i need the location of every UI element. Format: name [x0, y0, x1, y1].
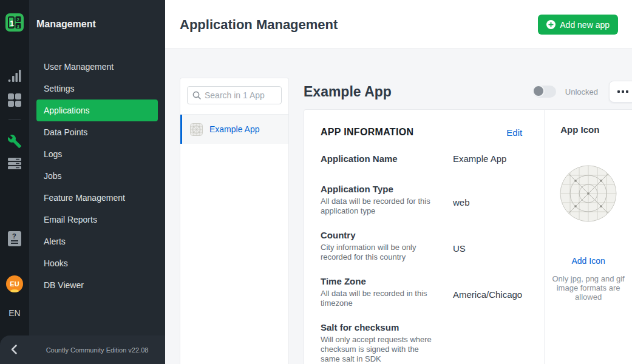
field-value: US: [453, 229, 522, 262]
sidebar-item-settings[interactable]: Settings: [36, 78, 158, 99]
field-description: Will only accept requests where checksum…: [321, 335, 433, 364]
field-value: America/Chicago: [453, 275, 522, 308]
add-new-app-label: Add new app: [560, 20, 610, 30]
field-description: All data will be recorded in this timezo…: [321, 289, 433, 308]
rail-divider: [0, 120, 29, 120]
app-item-label: Example App: [209, 124, 260, 134]
user-avatar[interactable]: EU: [6, 275, 23, 292]
field-description: All data will be recorded for this appli…: [321, 197, 433, 216]
sidebar-item-email-reports[interactable]: Email Reports: [36, 209, 158, 231]
version-label: Countly Community Edition v22.08: [29, 335, 165, 364]
more-options-button[interactable]: [609, 81, 632, 103]
sidebar-item-feature-management[interactable]: Feature Management: [36, 187, 158, 209]
add-new-app-button[interactable]: Add new app: [538, 15, 618, 35]
sidebar-item-db-viewer[interactable]: DB Viewer: [36, 274, 158, 296]
sidebar-item-alerts[interactable]: Alerts: [36, 231, 158, 252]
field-label: Time Zone: [321, 275, 433, 288]
sidebar: 1 2 3: [0, 0, 165, 364]
sidebar-item-hooks[interactable]: Hooks: [36, 252, 158, 274]
ellipsis-icon: [617, 90, 620, 93]
field-row-application-name: Application Name Example App: [321, 153, 522, 165]
add-icon-link[interactable]: Add Icon: [545, 256, 632, 266]
svg-text:3: 3: [17, 24, 20, 29]
apps-grid-icon[interactable]: [0, 93, 29, 107]
edit-link[interactable]: Edit: [506, 127, 522, 138]
data-server-icon[interactable]: [0, 158, 29, 169]
lock-toggle-label: Unlocked: [565, 87, 598, 96]
field-description: City information will be only recorded f…: [321, 243, 433, 262]
app-placeholder-icon: [190, 123, 203, 136]
app-icon-placeholder: [560, 165, 617, 222]
countly-logo-icon[interactable]: 1 2 3: [0, 13, 29, 32]
app-list-panel: Example App: [180, 78, 289, 364]
main-area: Application Management Add new app: [165, 0, 632, 364]
sidebar-item-jobs[interactable]: Jobs: [36, 165, 158, 187]
app-information-title: APP INFORMATION: [321, 127, 413, 138]
collapse-chevron-icon[interactable]: [10, 344, 18, 357]
plus-circle-icon: [546, 20, 556, 29]
field-row-application-type: Application Type All data will be record…: [321, 183, 522, 216]
header-controls: Unlocked: [533, 81, 632, 103]
sidebar-item-logs[interactable]: Logs: [36, 143, 158, 165]
sidebar-footer: Countly Community Edition v22.08: [0, 335, 165, 364]
search-input[interactable]: [205, 90, 276, 100]
language-selector[interactable]: EN: [0, 308, 29, 318]
app-info-section: APP INFORMATION Edit Application Name Ex…: [304, 110, 544, 364]
content-area: Example App Example App Unlocked APP INF…: [165, 49, 632, 364]
field-row-country: Country City information will be only re…: [321, 229, 522, 262]
sidebar-item-applications[interactable]: Applications: [36, 99, 158, 121]
search-icon: [192, 91, 201, 99]
app-detail-header: Example App Unlocked: [304, 77, 632, 106]
svg-text:2: 2: [17, 17, 20, 22]
sidebar-menu: User Management Settings Applications Da…: [29, 56, 165, 296]
app-title: Example App: [304, 84, 392, 100]
sidebar-item-user-management[interactable]: User Management: [36, 56, 158, 78]
field-row-salt-for-checksum: Salt for checksum Will only accept reque…: [321, 322, 522, 364]
field-value: web: [453, 183, 522, 216]
field-value: Example App: [453, 153, 522, 165]
page-title: Application Management: [180, 17, 338, 33]
app-icon-panel: App Icon: [544, 110, 632, 364]
field-label: Application Name: [321, 153, 433, 165]
management-wrench-icon[interactable]: [0, 134, 29, 149]
sidebar-item-data-points[interactable]: Data Points: [36, 121, 158, 143]
icon-rail: 1 2 3: [0, 0, 29, 364]
sidebar-title: Management: [29, 0, 165, 49]
field-label: Application Type: [321, 183, 433, 195]
svg-text:1: 1: [10, 19, 14, 28]
field-value: [453, 322, 522, 364]
app-icon-title: App Icon: [545, 124, 632, 135]
field-label: Country: [321, 229, 433, 241]
analytics-bars-icon[interactable]: [0, 68, 29, 83]
field-label: Salt for checksum: [321, 322, 433, 334]
app-search-box[interactable]: [187, 86, 282, 104]
app-info-card: APP INFORMATION Edit Application Name Ex…: [304, 109, 632, 364]
icon-format-note: Only jpg, png and gif image formats are …: [551, 274, 625, 302]
help-guides-icon[interactable]: ?: [0, 231, 29, 246]
field-row-time-zone: Time Zone All data will be recorded in t…: [321, 275, 522, 308]
page-header: Application Management Add new app: [165, 0, 632, 49]
svg-text:?: ?: [12, 232, 16, 240]
app-list-item-example-app[interactable]: Example App: [180, 115, 288, 144]
toggle-knob: [532, 85, 545, 97]
sidebar-menu-panel: Management User Management Settings Appl…: [29, 0, 165, 364]
lock-toggle[interactable]: [533, 86, 556, 98]
